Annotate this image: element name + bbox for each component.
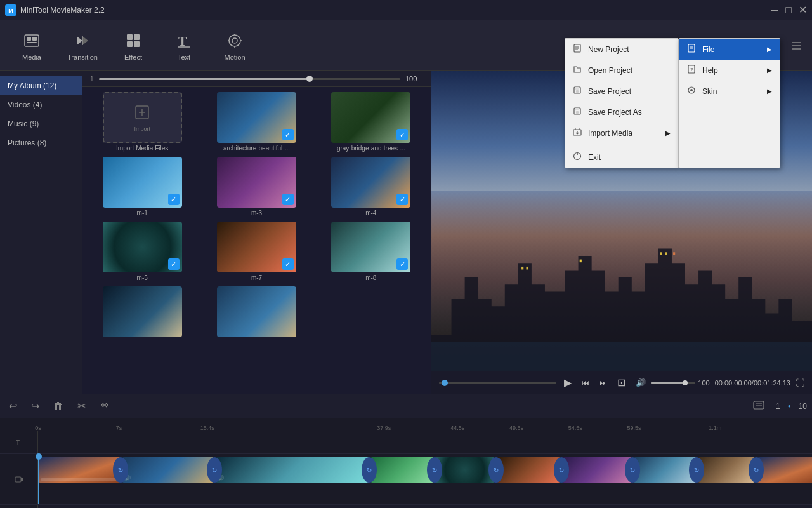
volume-icon-button[interactable]: 🔊 <box>633 377 648 389</box>
clip-4-thumb <box>370 457 434 483</box>
transition-6[interactable]: ↻ <box>554 457 569 483</box>
svg-rect-33 <box>660 252 662 255</box>
ctx-exit[interactable]: Exit <box>565 147 678 168</box>
file-arrow: ▶ <box>767 46 772 53</box>
sidebar-item-videos[interactable]: Videos (4) <box>0 95 82 114</box>
media-item-arch[interactable]: ✓ architecture-beautiful-... <box>202 92 311 152</box>
transition-8[interactable]: ↻ <box>689 457 704 483</box>
clip-8[interactable] <box>633 457 697 483</box>
import-media-item[interactable]: Import Import Media Files <box>88 92 197 152</box>
clip-2[interactable]: 🔊 <box>122 457 214 483</box>
media-item-m4[interactable]: ✓ m-4 <box>317 157 426 217</box>
maximize-button[interactable]: □ <box>784 6 793 15</box>
cut-button[interactable]: ✂ <box>74 399 89 413</box>
sidebar-item-myalbum[interactable]: My Album (12) <box>0 76 82 95</box>
ctx-skin-label: Skin <box>702 87 717 96</box>
clip-3[interactable]: 🔊 <box>215 457 369 483</box>
hamburger-button[interactable] <box>788 37 806 55</box>
sidebar-item-pictures[interactable]: Pictures (8) <box>0 133 82 152</box>
toolbar-motion[interactable]: Motion <box>209 23 260 68</box>
window-controls: ─ □ ✕ <box>770 6 807 15</box>
media-item-m8[interactable]: ✓ m-8 <box>317 222 426 281</box>
svg-rect-48 <box>575 87 579 90</box>
ruler-0s: 0s <box>35 425 41 431</box>
toolbar-media[interactable]: Media <box>6 23 57 68</box>
delete-button[interactable]: 🗑 <box>49 399 67 413</box>
toolbar-text[interactable]: T Text <box>159 23 209 68</box>
clip-6[interactable] <box>497 457 560 483</box>
transition-1[interactable]: ↻ <box>113 457 128 483</box>
toolbar-transition[interactable]: Transition <box>57 23 108 68</box>
transition-4[interactable]: ↻ <box>427 457 442 483</box>
timeline-ruler: 0s 7s 15.4s 37.9s 44.5s 49.5s 54.5s 59.5… <box>0 418 812 431</box>
undo-button[interactable]: ↩ <box>5 399 21 413</box>
preview-volume-bar[interactable] <box>651 382 695 384</box>
clip-10[interactable] <box>757 457 812 483</box>
redo-button[interactable]: ↪ <box>27 399 43 413</box>
ruler-7s: 7s <box>116 425 122 431</box>
m4-label: m-4 <box>365 210 376 217</box>
clip-7[interactable] <box>562 457 632 483</box>
split-button[interactable] <box>96 399 114 414</box>
ctx-help[interactable]: ? Help ▶ <box>679 60 780 81</box>
ctx-save-project-as[interactable]: Save Project As <box>565 102 678 123</box>
ctx-file[interactable]: File ▶ <box>679 39 780 60</box>
import-media-arrow: ▶ <box>665 130 671 137</box>
fullscreen-button[interactable]: ⛶ <box>796 378 804 388</box>
preview-volume-fill <box>651 382 686 384</box>
media-item-m3[interactable]: ✓ m-3 <box>202 157 311 217</box>
ctx-new-project[interactable]: New Project <box>565 39 678 60</box>
exit-icon <box>573 152 583 163</box>
svg-rect-34 <box>665 252 667 255</box>
ruler-37s: 37.9s <box>377 425 391 431</box>
transition-2[interactable]: ↻ <box>207 457 222 483</box>
volume-thumb <box>306 76 313 82</box>
svg-text:T: T <box>16 439 20 446</box>
volume-slider[interactable] <box>99 78 400 80</box>
timeline-tracks: T ↻ <box>0 431 812 508</box>
clip-1[interactable] <box>38 457 121 483</box>
transition-5[interactable]: ↻ <box>488 457 504 483</box>
audio-track-row: ♪ <box>0 505 812 508</box>
m7-thumb: ✓ <box>217 222 296 272</box>
media-item-extra2[interactable] <box>202 286 311 339</box>
ctx-save-project[interactable]: Save Project <box>565 81 678 102</box>
extra1-thumb <box>103 286 182 337</box>
clip-5[interactable] <box>435 457 495 483</box>
media-item-m1[interactable]: ✓ m-1 <box>88 157 197 217</box>
minimize-button[interactable]: ─ <box>770 6 779 15</box>
file-dropdown-menu: New Project Open Project Save Project Sa… <box>565 38 679 168</box>
media-item-bridge[interactable]: ✓ gray-bridge-and-trees-... <box>317 92 426 152</box>
sidebar-item-music[interactable]: Music (9) <box>0 114 82 133</box>
media-item-m7[interactable]: ✓ m-7 <box>202 222 311 281</box>
step-forward-button[interactable]: ⏭ <box>597 377 610 389</box>
text-track-content[interactable] <box>38 431 812 453</box>
caption-button[interactable] <box>749 399 768 413</box>
crop-button[interactable]: ⊡ <box>615 375 628 390</box>
import-media-icon <box>573 128 583 138</box>
bridge-label: gray-bridge-and-trees-... <box>337 145 405 152</box>
transition-3[interactable]: ↻ <box>362 457 377 483</box>
svg-point-13 <box>229 35 240 46</box>
clip-4[interactable] <box>370 457 434 483</box>
playhead <box>38 454 39 504</box>
ctx-import-media[interactable]: Import Media ▶ <box>565 123 678 144</box>
ctx-skin[interactable]: Skin ▶ <box>679 81 780 102</box>
play-button[interactable]: ▶ <box>561 375 574 390</box>
media-item-extra1[interactable] <box>88 286 197 339</box>
preview-progress-bar[interactable] <box>439 382 556 384</box>
clip-9[interactable] <box>698 457 755 483</box>
audio-track-content[interactable] <box>38 505 812 508</box>
preview-controls: ▶ ⏮ ⏭ ⊡ 🔊 100 00:00:00.00/00:01:24.13 ⛶ <box>431 371 812 394</box>
close-button[interactable]: ✕ <box>798 6 807 15</box>
toolbar-effect[interactable]: Effect <box>108 23 159 68</box>
transition-7[interactable]: ↻ <box>625 457 640 483</box>
transition-9[interactable]: ↻ <box>749 457 764 483</box>
media-item-m5[interactable]: ✓ m-5 <box>88 222 197 281</box>
clip-7-thumb <box>562 457 632 483</box>
ctx-open-project[interactable]: Open Project <box>565 60 678 81</box>
m5-check: ✓ <box>168 258 180 270</box>
toolbar-media-label: Media <box>22 53 41 61</box>
toolbar-effect-label: Effect <box>124 53 142 61</box>
step-back-button[interactable]: ⏮ <box>579 377 592 389</box>
